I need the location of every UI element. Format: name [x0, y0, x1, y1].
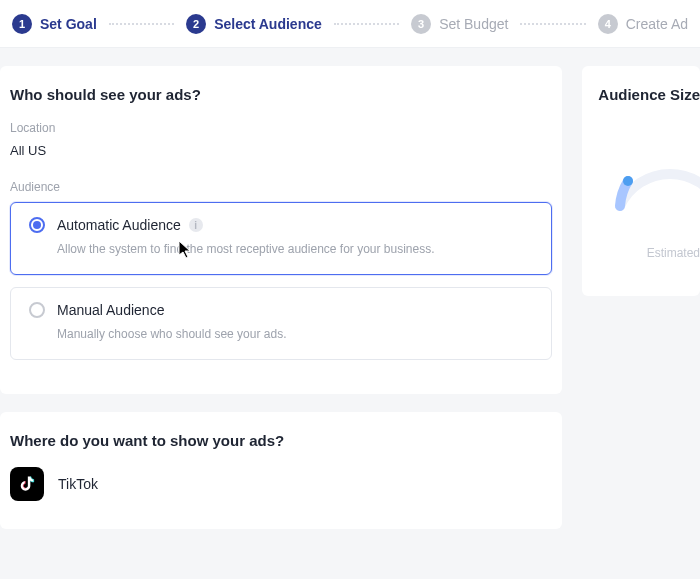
audience-option-manual[interactable]: Manual Audience Manually choose who shou…	[10, 287, 552, 360]
step-number-badge: 4	[598, 14, 618, 34]
audience-option-title: Manual Audience	[57, 302, 164, 318]
step-create-ad[interactable]: 4 Create Ad	[598, 14, 688, 34]
step-number-badge: 1	[12, 14, 32, 34]
location-label: Location	[10, 121, 552, 135]
audience-option-title: Automatic Audience	[57, 217, 181, 233]
placement-label: TikTok	[58, 476, 98, 492]
step-label: Set Budget	[439, 16, 508, 32]
step-divider	[520, 23, 585, 25]
radio-icon	[29, 217, 45, 233]
step-label: Select Audience	[214, 16, 322, 32]
svg-point-0	[623, 176, 633, 186]
stepper: 1 Set Goal 2 Select Audience 3 Set Budge…	[0, 0, 700, 48]
radio-icon	[29, 302, 45, 318]
step-set-goal[interactable]: 1 Set Goal	[12, 14, 97, 34]
audience-size-title: Audience Size	[598, 86, 700, 103]
step-number-badge: 3	[411, 14, 431, 34]
audience-option-desc: Allow the system to find the most recept…	[57, 241, 533, 258]
step-divider	[334, 23, 399, 25]
audience-size-caption: Estimated	[647, 246, 700, 260]
placement-section-title: Where do you want to show your ads?	[10, 432, 552, 449]
location-value[interactable]: All US	[10, 143, 552, 158]
step-number-badge: 2	[186, 14, 206, 34]
audience-option-desc: Manually choose who should see your ads.	[57, 326, 533, 343]
audience-size-card: Audience Size Estimated	[582, 66, 700, 296]
step-label: Set Goal	[40, 16, 97, 32]
audience-card: Who should see your ads? Location All US…	[0, 66, 562, 394]
audience-section-title: Who should see your ads?	[10, 86, 552, 103]
step-select-audience[interactable]: 2 Select Audience	[186, 14, 322, 34]
step-divider	[109, 23, 174, 25]
placement-card: Where do you want to show your ads? TikT…	[0, 412, 562, 529]
tiktok-icon	[10, 467, 44, 501]
step-set-budget[interactable]: 3 Set Budget	[411, 14, 508, 34]
audience-option-automatic[interactable]: Automatic Audience i Allow the system to…	[10, 202, 552, 275]
audience-label: Audience	[10, 180, 552, 194]
placement-option-tiktok[interactable]: TikTok	[10, 467, 552, 501]
gauge-icon	[600, 126, 700, 216]
info-icon[interactable]: i	[189, 218, 203, 232]
step-label: Create Ad	[626, 16, 688, 32]
